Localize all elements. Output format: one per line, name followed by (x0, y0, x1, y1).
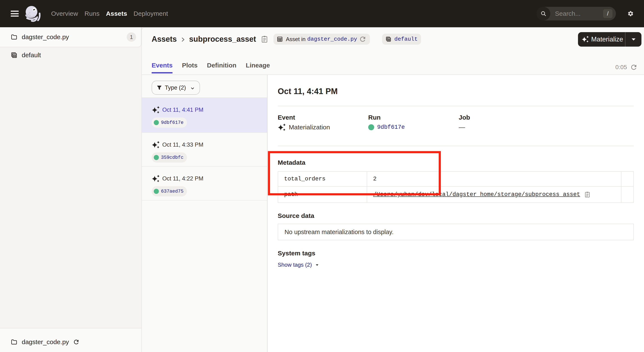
breadcrumb: Assets subprocess_asset (152, 33, 421, 45)
materialization-sparkle-icon (152, 106, 160, 114)
event-time-link[interactable]: Oct 11, 4:33 PM (162, 141, 204, 148)
table-row: path /Users/yuhan/dev/local/dagster_home… (278, 186, 634, 203)
events-list-pane: Type (2) (142, 75, 268, 352)
run-id-tag[interactable]: 9dbf617e (152, 117, 187, 128)
tabs: Events Plots Definition Lineage 0:05 (152, 62, 644, 75)
metadata-table: total_orders 2 path /Users/yuhan/dev/loc… (278, 171, 634, 203)
tab-events[interactable]: Events (152, 62, 172, 73)
sidebar-item-code-location[interactable]: dagster_code.py 1 (0, 27, 142, 47)
run-id-tag[interactable]: 637aed75 (152, 186, 187, 196)
event-list-item[interactable]: Oct 11, 4:22 PM 637aed75 (142, 167, 267, 200)
system-tags-heading: System tags (278, 250, 634, 257)
event-list-item[interactable]: Oct 11, 4:33 PM 359cdbfc (142, 133, 267, 167)
source-data-section: Source data No upstream materializations… (278, 212, 634, 240)
filter-funnel-icon (156, 84, 162, 91)
main-header: Assets subprocess_asset (142, 28, 644, 75)
content: Type (2) (142, 75, 644, 352)
reload-icon[interactable] (73, 339, 80, 346)
nav-assets[interactable]: Assets (106, 10, 127, 17)
asset-location-prefix: Asset in (286, 36, 306, 42)
nav-deployment[interactable]: Deployment (134, 10, 168, 17)
breadcrumb-current: subprocess_asset (189, 35, 256, 44)
dagster-logo[interactable] (25, 6, 41, 22)
type-filter-button[interactable]: Type (2) (152, 81, 200, 95)
main-panel: Assets subprocess_asset (142, 27, 644, 352)
run-id-tag[interactable]: 359cdbfc (152, 152, 187, 163)
main-nav: Overview Runs Assets Deployment (51, 10, 168, 17)
metadata-section: Metadata total_orders 2 path /Users/yuha… (278, 159, 634, 203)
sparkle-icon (582, 35, 589, 43)
system-tags-section: System tags Show tags (2) (278, 250, 634, 268)
top-navigation-bar: Overview Runs Assets Deployment Search..… (0, 0, 644, 27)
copy-path-icon[interactable] (584, 191, 591, 198)
refresh-icon[interactable] (630, 63, 638, 71)
nav-runs[interactable]: Runs (84, 10, 100, 17)
metadata-heading: Metadata (278, 159, 634, 166)
asset-count-badge: 1 (127, 32, 136, 42)
run-status-dot (154, 155, 159, 160)
show-tags-link[interactable]: Show tags (2) (278, 262, 320, 268)
run-status-dot (154, 189, 159, 194)
table-row: total_orders 2 (278, 172, 634, 186)
tag-reload-icon[interactable] (359, 35, 366, 43)
search-shortcut-key: / (603, 9, 612, 18)
search-placeholder: Search... (555, 10, 580, 17)
job-column: Job — (459, 114, 549, 132)
materialization-sparkle-icon (152, 141, 160, 149)
menu-icon[interactable] (11, 11, 19, 16)
run-column: Run 9dbf617e (368, 114, 459, 132)
materialize-caret-button[interactable] (626, 32, 642, 47)
caret-down-icon (314, 262, 320, 268)
footer-code-location-label: dagster_code.py (22, 338, 69, 346)
event-list-item[interactable]: Oct 11, 4:41 PM 9dbf617e (142, 97, 267, 133)
materialize-split-button: Materialize (578, 32, 642, 47)
run-status-dot (154, 120, 159, 125)
tab-lineage[interactable]: Lineage (246, 62, 270, 73)
folder-icon (11, 339, 18, 346)
chevron-down-icon (190, 84, 195, 91)
materialize-label: Materialize (591, 35, 623, 43)
tab-definition[interactable]: Definition (207, 62, 236, 73)
chevron-right-icon (179, 35, 186, 43)
folder-icon (11, 34, 18, 40)
poll-countdown: 0:05 (616, 64, 627, 71)
copy-asset-name-icon[interactable] (260, 35, 269, 44)
asset-table-icon (277, 36, 283, 42)
sidebar: dagster_code.py 1 default dagster_code.p… (0, 27, 142, 352)
default-group-label: default (22, 51, 41, 59)
breadcrumb-assets[interactable]: Assets (152, 35, 177, 44)
event-column: Event Materialization (278, 114, 368, 132)
asset-location-tag[interactable]: Asset in dagster_code.py (274, 34, 370, 45)
group-tag[interactable]: default (382, 34, 421, 45)
asset-location-link[interactable]: dagster_code.py (307, 36, 357, 42)
source-data-heading: Source data (278, 212, 634, 219)
run-id-link[interactable]: 9dbf617e (377, 124, 405, 130)
settings-gear-icon[interactable] (628, 10, 634, 17)
source-data-empty-box: No upstream materializations to display. (278, 224, 634, 240)
code-location-label: dagster_code.py (22, 33, 69, 41)
event-time-link[interactable]: Oct 11, 4:41 PM (162, 107, 204, 113)
search-icon (537, 7, 550, 20)
materialization-sparkle-icon (278, 123, 286, 131)
sidebar-footer-code-location: dagster_code.py (0, 328, 142, 352)
asset-group-icon (386, 36, 392, 42)
materialize-button[interactable]: Materialize (578, 32, 625, 47)
event-detail-pane: Oct 11, 4:41 PM Event M (268, 75, 644, 352)
app-body: dagster_code.py 1 default dagster_code.p… (0, 27, 644, 352)
event-detail-title: Oct 11, 4:41 PM (278, 87, 634, 96)
run-status-dot (368, 124, 374, 130)
materialization-sparkle-icon (152, 175, 160, 183)
group-link[interactable]: default (394, 36, 418, 42)
event-time-link[interactable]: Oct 11, 4:22 PM (162, 175, 204, 182)
path-link[interactable]: /Users/yuhan/dev/local/dagster_home/stor… (373, 191, 580, 198)
asset-group-icon (11, 52, 18, 58)
filter-bar: Type (2) (142, 75, 267, 97)
search-input[interactable]: Search... / (537, 7, 616, 20)
sidebar-item-default-group[interactable]: default (0, 47, 142, 63)
nav-overview[interactable]: Overview (51, 10, 78, 17)
tab-plots[interactable]: Plots (182, 62, 198, 73)
